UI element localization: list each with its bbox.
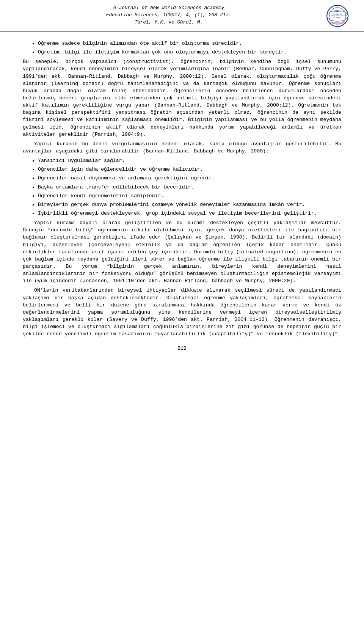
advantage-item-1: Yansıtıcı uygulamalar sağlar. [38,157,341,164]
advantage-item-2: Öğrenciler için daha eğlencelidir ve öğr… [38,166,341,173]
header-divider [0,31,364,31]
paragraph-1: Bu sebeple, birçok yapısalcı (constructi… [23,58,341,138]
advantage-item-4: Başka ortamlara transfer edilebilecek bi… [38,184,341,191]
intro-bullet-list: Öğrenme sadece bilginin alımından öte ak… [23,40,341,56]
advantage-item-3: Öğrenciler nasıl düşünmesi ve anlaması g… [38,174,341,182]
paragraph-4: ÖN’lerin veritabanlarından bireysel ihti… [23,287,341,338]
bullet-item-1: Öğrenme sadece bilginin alımından öte ak… [38,40,341,47]
advantages-bullet-list: Yansıtıcı uygulamalar sağlar. Öğrenciler… [23,157,341,217]
page: e-Journal of New World Sciences Academy … [0,0,364,625]
advantage-item-5: Öğrenciler kendi öğrenmelerini sahipleni… [38,192,341,199]
paragraph-2: Yapıcı kuramın bu denli vurgulanmasının … [23,140,341,155]
paragraph-3: Yapıcı kurama dayalı olarak geliştirilen… [23,219,341,284]
advantage-item-6: Bireylerin gerçek dünya problemlerini çö… [38,201,341,208]
main-content: Öğrenme sadece bilginin alımından öte ak… [0,34,364,364]
svg-text:ACADEMY: ACADEMY [333,17,341,19]
advantage-item-7: İşbirlikli öğrenmeyi destekleyerek, grup… [38,210,341,217]
header-line3: Türel, Y.K. ve Gürol, M. [15,19,322,26]
svg-text:SCIENCES: SCIENCES [333,14,342,16]
journal-logo: WORLD SCIENCES ACADEMY www.newwsa.com [326,5,349,27]
header-line2: Education Sciences, 1C0017, 4, (1), 208-… [15,12,322,19]
svg-text:www.newwsa.com: www.newwsa.com [329,22,345,24]
bullet-item-2: Öğretim, bilgi ile iletişim kurmaktan ço… [38,49,341,56]
header: e-Journal of New World Sciences Academy … [0,0,364,30]
header-text: e-Journal of New World Sciences Academy … [15,5,322,26]
header-line1: e-Journal of New World Sciences Academy [15,5,322,12]
page-number: 212 [23,345,341,352]
